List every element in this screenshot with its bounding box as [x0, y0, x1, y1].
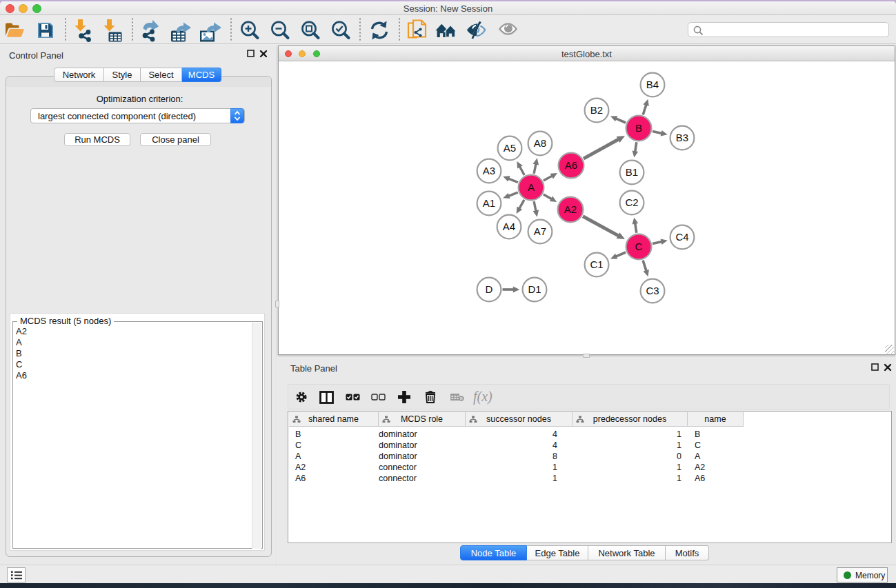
svg-text:A3: A3	[483, 165, 495, 176]
svg-text:C2: C2	[625, 196, 638, 208]
svg-text:A6: A6	[565, 159, 577, 171]
svg-text:C3: C3	[646, 285, 659, 296]
svg-text:A8: A8	[534, 137, 546, 149]
svg-text:B2: B2	[590, 104, 603, 116]
svg-text:B3: B3	[676, 132, 688, 143]
svg-text:B: B	[635, 122, 642, 134]
svg-text:C1: C1	[590, 258, 603, 270]
svg-text:A7: A7	[534, 225, 546, 237]
svg-text:A5: A5	[504, 142, 516, 154]
svg-text:D1: D1	[528, 283, 541, 295]
svg-text:C4: C4	[675, 231, 688, 243]
svg-text:D: D	[486, 283, 493, 295]
svg-text:A1: A1	[483, 197, 495, 209]
svg-text:B1: B1	[626, 166, 638, 178]
svg-text:B4: B4	[646, 79, 659, 90]
svg-text:A2: A2	[564, 203, 577, 215]
svg-text:A4: A4	[503, 221, 515, 232]
svg-text:C: C	[635, 241, 643, 252]
svg-text:A: A	[528, 181, 535, 193]
